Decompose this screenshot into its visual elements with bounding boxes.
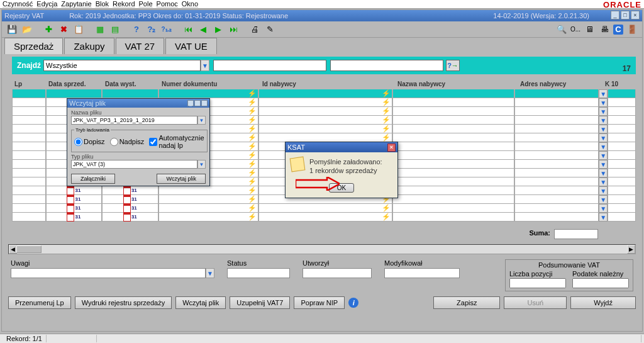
- row-dropdown-icon[interactable]: ▼: [599, 177, 608, 186]
- window-close-icon[interactable]: ×: [631, 11, 640, 20]
- print-icon[interactable]: 🖨: [248, 23, 261, 36]
- col-k10[interactable]: K 10: [602, 78, 631, 89]
- cell-id-nab[interactable]: ⚡: [258, 213, 393, 222]
- cell-data-sprzed[interactable]: 31: [46, 186, 102, 195]
- auto-lp-checkbox[interactable]: Automatycznie nadaj lp: [149, 134, 204, 149]
- copy-icon[interactable]: 📋: [72, 23, 85, 36]
- bolt-icon[interactable]: ⚡: [248, 98, 257, 106]
- col-id-nab[interactable]: Id nabywcy: [260, 78, 395, 89]
- calendar-icon[interactable]: 31: [123, 195, 137, 204]
- wydruki-button[interactable]: Wydruki rejestru sprzedaży: [75, 296, 172, 309]
- cell-nazwa-nab[interactable]: [392, 204, 514, 213]
- list-icon[interactable]: ▤: [109, 23, 121, 36]
- edit-icon[interactable]: ✎: [264, 23, 276, 36]
- delete-icon[interactable]: ✖: [57, 23, 70, 36]
- col-data-wyst[interactable]: Data wyst.: [103, 78, 159, 89]
- save-icon[interactable]: 💾: [6, 23, 18, 36]
- cell-nazwa-nab[interactable]: [392, 213, 514, 222]
- tool2-icon[interactable]: 🖶: [598, 23, 611, 36]
- bolt-icon[interactable]: ⚡: [382, 89, 391, 98]
- cell-nazwa-nab[interactable]: [392, 177, 514, 186]
- bolt-icon[interactable]: ⚡: [248, 125, 257, 133]
- cell-numer-dok[interactable]: ⚡: [158, 186, 258, 195]
- bolt-icon[interactable]: ⚡: [248, 116, 257, 124]
- cell-data-wyst[interactable]: 31: [102, 204, 158, 213]
- cell-lp[interactable]: [12, 151, 46, 160]
- zapisz-button[interactable]: Zapisz: [433, 296, 500, 309]
- first-icon[interactable]: ⏮: [182, 23, 194, 36]
- cell-lp[interactable]: [12, 186, 46, 195]
- cell-adres-nab[interactable]: [514, 186, 599, 195]
- cell-adres-nab[interactable]: [514, 133, 599, 142]
- nadpisz-radio[interactable]: Nadpisz: [110, 138, 145, 146]
- cell-nazwa-nab[interactable]: [392, 133, 514, 142]
- bolt-icon[interactable]: ⚡: [382, 107, 391, 115]
- menu-edycja[interactable]: Edycja: [36, 0, 57, 8]
- cell-adres-nab[interactable]: [514, 142, 599, 151]
- tab-zakupy[interactable]: Zakupy: [64, 38, 114, 54]
- row-dropdown-icon[interactable]: ▼: [599, 213, 608, 222]
- bolt-icon[interactable]: ⚡: [248, 195, 257, 203]
- cell-adres-nab[interactable]: [514, 151, 599, 160]
- cell-k10[interactable]: [608, 160, 636, 169]
- next-icon[interactable]: ▶: [212, 23, 225, 36]
- cell-data-sprzed[interactable]: 31: [46, 195, 102, 204]
- scroll-right-icon[interactable]: ▶: [627, 245, 635, 254]
- menu-pomoc[interactable]: Pomoc: [157, 0, 178, 8]
- col-numer-dok[interactable]: Numer dokumentu: [159, 78, 260, 89]
- row-dropdown-icon[interactable]: ▼: [599, 125, 608, 133]
- dlg-close-icon[interactable]: ×: [201, 100, 208, 106]
- cell-lp[interactable]: [12, 177, 46, 186]
- cell-k10[interactable]: [608, 89, 636, 98]
- col-adres-nab[interactable]: Adres nabywcy: [518, 78, 602, 89]
- bolt-icon[interactable]: ⚡: [248, 133, 257, 142]
- cell-lp[interactable]: [12, 107, 46, 116]
- cell-k10[interactable]: [608, 142, 636, 151]
- menu-zapytanie[interactable]: Zapytanie: [61, 0, 91, 8]
- exit-icon[interactable]: 🚪: [626, 23, 638, 36]
- add-icon[interactable]: ✚: [42, 23, 55, 36]
- dopisz-radio[interactable]: Dopisz: [74, 138, 105, 146]
- bolt-icon[interactable]: ⚡: [382, 204, 391, 212]
- toolbar-o-label[interactable]: O...: [570, 26, 580, 33]
- table-row[interactable]: 3131⚡⚡▼: [12, 213, 636, 222]
- menu-okno[interactable]: Okno: [182, 0, 198, 8]
- window-maximize-icon[interactable]: □: [621, 11, 630, 20]
- uwagi-dropdown-icon[interactable]: ▼: [206, 268, 214, 278]
- msg-close-icon[interactable]: ×: [387, 143, 396, 152]
- bolt-icon[interactable]: ⚡: [382, 133, 391, 142]
- calendar-icon[interactable]: 31: [67, 204, 80, 213]
- popraw-nip-button[interactable]: Popraw NIP: [294, 296, 345, 309]
- cell-data-sprzed[interactable]: 31: [46, 204, 102, 213]
- cell-k10[interactable]: [608, 98, 636, 107]
- cell-nazwa-nab[interactable]: [392, 107, 514, 116]
- cell-nazwa-nab[interactable]: [392, 125, 514, 133]
- scroll-thumb[interactable]: [16, 245, 42, 253]
- tab-vatue[interactable]: VAT UE: [165, 38, 217, 54]
- row-dropdown-icon[interactable]: ▼: [599, 89, 608, 98]
- cell-adres-nab[interactable]: [514, 177, 599, 186]
- bolt-icon[interactable]: ⚡: [248, 204, 257, 212]
- cell-lp[interactable]: [12, 116, 46, 125]
- cell-lp[interactable]: [12, 89, 46, 98]
- usun-button[interactable]: Usuń: [504, 296, 567, 309]
- cell-lp[interactable]: [12, 98, 46, 107]
- tab-vat27[interactable]: VAT 27: [116, 38, 165, 54]
- window-minimize-icon[interactable]: _: [611, 11, 619, 20]
- cell-numer-dok[interactable]: ⚡: [158, 213, 258, 222]
- status-input[interactable]: [227, 268, 290, 278]
- cell-k10[interactable]: [608, 151, 636, 160]
- bolt-icon[interactable]: ⚡: [248, 169, 257, 177]
- cell-id-nab[interactable]: ⚡: [258, 125, 393, 133]
- typ-dd-icon[interactable]: ▼: [197, 160, 206, 169]
- cell-k10[interactable]: [608, 213, 636, 222]
- cell-k10[interactable]: [608, 133, 636, 142]
- typ-pliku-input[interactable]: [71, 160, 197, 169]
- calendar-icon[interactable]: 31: [123, 213, 137, 222]
- cell-data-wyst[interactable]: 31: [102, 195, 158, 204]
- col-nazwa-nab[interactable]: Nazwa nabywcy: [395, 78, 518, 89]
- cell-nazwa-nab[interactable]: [392, 98, 514, 107]
- menu-pole[interactable]: Pole: [139, 0, 153, 8]
- cell-k10[interactable]: [608, 169, 636, 177]
- row-dropdown-icon[interactable]: ▼: [599, 107, 608, 116]
